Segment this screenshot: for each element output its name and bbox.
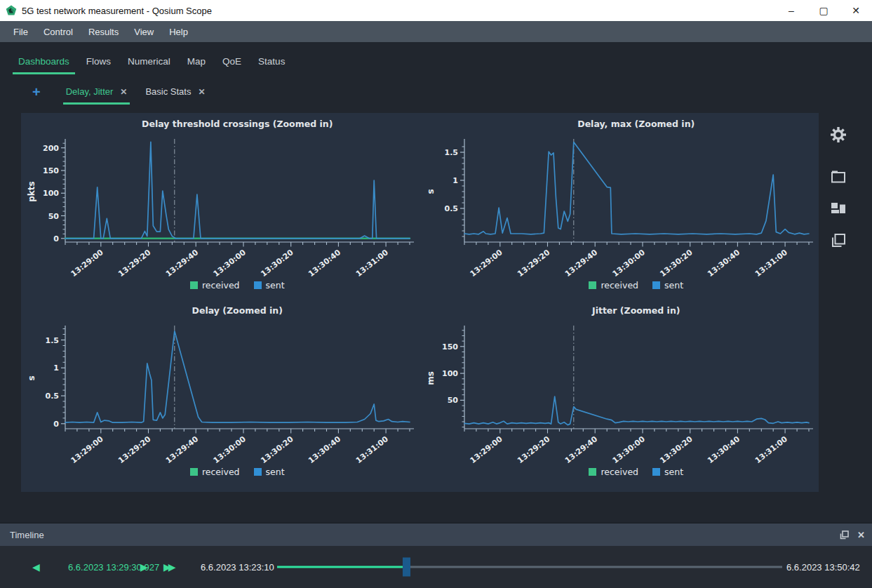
svg-text:13:29:20: 13:29:20 [116, 248, 152, 279]
svg-text:13:29:00: 13:29:00 [468, 434, 504, 465]
tab-flows[interactable]: Flows [81, 56, 116, 74]
maximize-button[interactable]: ▢ [807, 0, 840, 21]
fast-forward-button[interactable]: ▶▶ [163, 561, 173, 573]
svg-text:pkts: pkts [27, 181, 36, 201]
legend-sent[interactable]: sent [254, 467, 285, 477]
svg-text:13:29:00: 13:29:00 [69, 434, 105, 465]
svg-text:13:29:00: 13:29:00 [468, 248, 504, 279]
dashboard-tab-bar: + Delay, Jitter ✕ Basic Stats ✕ [22, 85, 872, 105]
svg-text:13:30:40: 13:30:40 [706, 248, 742, 279]
play-button[interactable]: ▶ [140, 561, 148, 573]
new-window-icon[interactable] [831, 170, 846, 184]
svg-text:13:30:20: 13:30:20 [260, 434, 295, 465]
legend-received[interactable]: received [589, 280, 638, 290]
gear-icon[interactable] [830, 126, 847, 143]
chart-title: Delay (Zoomed in) [25, 305, 415, 318]
svg-text:13:30:20: 13:30:20 [658, 434, 694, 465]
step-back-button[interactable]: ◀ [32, 561, 40, 573]
svg-text:s: s [426, 189, 436, 194]
svg-text:13:29:40: 13:29:40 [563, 434, 599, 465]
svg-text:13:29:20: 13:29:20 [516, 248, 551, 279]
series-line-sent [65, 331, 410, 422]
series-line-sent [65, 142, 410, 238]
app-logo-icon [6, 5, 17, 16]
tab-map[interactable]: Map [182, 56, 211, 74]
menu-results[interactable]: Results [81, 27, 126, 37]
legend-sent[interactable]: sent [652, 280, 683, 290]
svg-text:100: 100 [442, 369, 458, 378]
close-tab-icon[interactable]: ✕ [120, 87, 127, 97]
timeline-body: ◀ 6.6.2023 13:29:30.927 ▶ ▶▶ 6.6.2023 13… [0, 546, 872, 588]
svg-text:13:29:40: 13:29:40 [164, 248, 200, 279]
chart-legend: receivedsent [25, 467, 415, 477]
svg-text:13:31:00: 13:31:00 [354, 248, 390, 279]
chart-plot-area[interactable]: .tick{font:bold 11px "DejaVu Sans",sans-… [424, 131, 814, 281]
y-axis: 050100150200pkts [27, 139, 65, 243]
svg-text:13:30:00: 13:30:00 [610, 434, 646, 465]
dashboard-tab-basic-stats[interactable]: Basic Stats ✕ [142, 85, 208, 105]
menu-help[interactable]: Help [161, 27, 196, 37]
close-panel-icon[interactable]: ✕ [857, 530, 865, 540]
svg-text:13:30:20: 13:30:20 [260, 248, 295, 279]
timeline-header: Timeline ✕ [0, 523, 872, 546]
chart-plot-area[interactable]: .tick{font:bold 11px "DejaVu Sans",sans-… [25, 318, 415, 468]
chart-jitter[interactable]: Jitter (Zoomed in).tick{font:bold 11px "… [424, 305, 814, 492]
dashboard-tab-delay-jitter[interactable]: Delay, Jitter ✕ [63, 85, 130, 105]
svg-text:13:31:00: 13:31:00 [753, 434, 789, 465]
svg-text:13:31:00: 13:31:00 [753, 248, 789, 279]
chart-delay[interactable]: Delay (Zoomed in).tick{font:bold 11px "D… [25, 305, 415, 492]
svg-text:13:29:20: 13:29:20 [116, 434, 152, 465]
chart-legend: receivedsent [25, 280, 415, 290]
menu-file[interactable]: File [6, 27, 36, 37]
svg-text:0: 0 [54, 420, 60, 429]
duplicate-view-icon[interactable] [831, 233, 846, 248]
close-button[interactable]: ✕ [840, 0, 872, 21]
menu-control[interactable]: Control [36, 27, 81, 37]
float-panel-icon[interactable] [840, 530, 849, 540]
minimize-button[interactable]: – [775, 0, 807, 21]
svg-text:13:29:20: 13:29:20 [516, 434, 551, 465]
legend-sent[interactable]: sent [652, 467, 683, 477]
svg-text:13:29:40: 13:29:40 [164, 434, 200, 465]
add-dashboard-button[interactable]: + [22, 85, 51, 99]
legend-received[interactable]: received [190, 467, 240, 477]
main-tab-bar: Dashboards Flows Numerical Map QoE Statu… [13, 56, 872, 74]
chart-title: Delay, max (Zoomed in) [424, 119, 814, 131]
svg-text:s: s [27, 375, 36, 380]
chart-legend: receivedsent [424, 280, 814, 290]
timeline-slider[interactable] [277, 566, 782, 568]
svg-text:13:30:20: 13:30:20 [658, 248, 694, 279]
svg-text:13:30:00: 13:30:00 [610, 248, 646, 279]
legend-received[interactable]: received [190, 280, 240, 290]
legend-sent[interactable]: sent [254, 280, 285, 290]
svg-text:13:30:00: 13:30:00 [212, 434, 248, 465]
chart-plot-area[interactable]: .tick{font:bold 11px "DejaVu Sans",sans-… [25, 131, 415, 281]
legend-swatch-icon [589, 468, 596, 476]
chart-title: Delay threshold crossings (Zoomed in) [25, 119, 415, 131]
timeline-title: Timeline [10, 530, 44, 540]
slider-elapsed-track [277, 566, 406, 568]
tab-numerical[interactable]: Numerical [122, 56, 176, 74]
chart-delay-threshold-crossings[interactable]: Delay threshold crossings (Zoomed in).ti… [25, 119, 415, 305]
svg-text:1: 1 [54, 363, 60, 373]
menu-bar: File Control Results View Help [0, 21, 872, 42]
slider-handle[interactable] [403, 558, 410, 577]
tab-status[interactable]: Status [253, 56, 290, 74]
x-axis: 13:29:0013:29:2013:29:4013:30:0013:30:20… [65, 429, 414, 465]
close-tab-icon[interactable]: ✕ [198, 87, 205, 97]
x-axis: 13:29:0013:29:2013:29:4013:30:0013:30:20… [464, 242, 813, 279]
chart-plot-area[interactable]: .tick{font:bold 11px "DejaVu Sans",sans-… [424, 318, 814, 468]
tab-qoe[interactable]: QoE [217, 56, 247, 74]
title-bar: 5G test network measurement - Qosium Sco… [0, 0, 872, 21]
svg-text:1.5: 1.5 [46, 336, 60, 345]
dashboard-layout-icon[interactable] [831, 202, 846, 215]
slider-remaining-track [410, 566, 782, 568]
tab-dashboards[interactable]: Dashboards [13, 56, 75, 74]
menu-view[interactable]: View [126, 27, 161, 37]
legend-received[interactable]: received [589, 467, 638, 477]
chart-delay-max[interactable]: Delay, max (Zoomed in).tick{font:bold 11… [424, 119, 814, 305]
svg-text:13:29:40: 13:29:40 [563, 248, 599, 279]
svg-text:50: 50 [447, 396, 458, 405]
svg-text:50: 50 [48, 212, 60, 221]
y-axis: 00.511.5s [27, 326, 65, 429]
